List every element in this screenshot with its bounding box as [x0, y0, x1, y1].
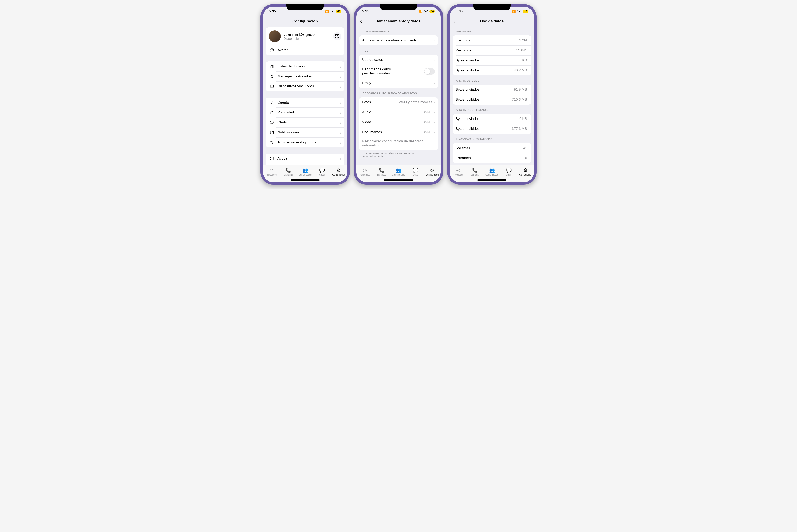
less-data-calls-row[interactable]: Usar menos datos para las llamadas	[359, 65, 438, 78]
section-header-whatsapp-calls: LLAMADAS DE WHATSAPP	[453, 134, 531, 142]
documents-row[interactable]: Documentos Wi-Fi ›	[359, 127, 438, 137]
battery-badge: 46	[523, 10, 528, 13]
tab-novedades[interactable]: ◎Novedades	[450, 165, 467, 178]
section-header-autodownload: DESCARGA AUTOMÁTICA DE ARCHIVOS	[359, 88, 438, 96]
wifi-icon	[330, 9, 335, 14]
section-header-network: RED	[359, 45, 438, 54]
settings-tab-icon: ⚙	[430, 168, 434, 173]
photos-row[interactable]: Fotos Wi-Fi y datos móviles ›	[359, 97, 438, 107]
audio-row[interactable]: Audio Wi-Fi ›	[359, 107, 438, 117]
chevron-right-icon: ›	[340, 130, 341, 135]
status-tab-icon: ◎	[363, 168, 367, 173]
chat-bytes-received-row: Bytes recibidos 710.3 MB	[453, 95, 531, 104]
tab-novedades[interactable]: ◎Novedades	[356, 165, 373, 178]
notification-icon	[269, 130, 275, 135]
data-usage-row[interactable]: Uso de datos ›	[359, 55, 438, 65]
section-header-chat-files: ARCHIVOS DEL CHAT	[453, 75, 531, 83]
qr-button[interactable]	[333, 32, 341, 40]
privacy-row[interactable]: Privacidad ›	[266, 108, 344, 117]
back-button[interactable]: ‹	[360, 18, 362, 24]
less-data-toggle[interactable]	[424, 68, 435, 75]
laptop-icon	[269, 84, 275, 89]
status-tab-icon: ◎	[456, 168, 460, 173]
tab-chats[interactable]: 💬Chats	[407, 165, 424, 178]
proxy-row[interactable]: Proxy ›	[359, 78, 438, 88]
star-icon	[269, 74, 275, 79]
chevron-right-icon: ›	[340, 120, 341, 125]
back-button[interactable]: ‹	[454, 18, 455, 24]
chevron-right-icon: ›	[433, 100, 435, 105]
chevron-right-icon: ›	[340, 100, 341, 105]
chevron-right-icon: ›	[433, 38, 435, 43]
linked-devices-row[interactable]: Dispositivos vinculados ›	[266, 81, 344, 91]
home-indicator	[290, 179, 320, 180]
tab-comunidades[interactable]: 👥Comunidades	[390, 165, 407, 178]
status-icons: 📶 46	[325, 9, 341, 14]
tab-novedades[interactable]: ◎Novedades	[263, 165, 280, 178]
reset-autodownload-row[interactable]: Restablecer configuración de descarga au…	[359, 137, 438, 150]
tab-comunidades[interactable]: 👥Comunidades	[483, 165, 500, 178]
info-icon	[269, 156, 275, 161]
chevron-right-icon: ›	[433, 57, 435, 62]
chats-row[interactable]: Chats ›	[266, 117, 344, 127]
chevron-right-icon: ›	[340, 110, 341, 115]
avatar	[269, 30, 281, 42]
qr-icon	[335, 34, 340, 39]
avatar-row[interactable]: Avatar ›	[266, 45, 344, 55]
tab-llamadas[interactable]: 📞Llamadas	[373, 165, 390, 178]
svg-rect-6	[270, 85, 273, 87]
account-row[interactable]: Cuenta ›	[266, 97, 344, 108]
settings-tab-icon: ⚙	[524, 168, 528, 173]
svg-point-10	[272, 131, 274, 132]
help-row[interactable]: Ayuda ›	[266, 154, 344, 164]
communities-tab-icon: 👥	[396, 168, 401, 173]
invite-friends-row[interactable]: Invitar amigos ›	[266, 164, 344, 165]
home-indicator	[384, 179, 413, 180]
chevron-right-icon: ›	[433, 130, 435, 135]
battery-badge: 46	[430, 10, 435, 13]
nav-header: Configuración	[263, 16, 347, 26]
svg-rect-0	[336, 35, 337, 36]
chevron-right-icon: ›	[433, 120, 435, 125]
phone-frame-2: 5:35 📶 46 ‹ Almacenamiento y datos ALMAC…	[354, 4, 443, 185]
megaphone-icon	[269, 64, 275, 69]
page-title: Configuración	[292, 19, 318, 23]
tab-config[interactable]: ⚙Configuración	[517, 165, 534, 178]
section-header-status-files: ARCHIVOS DE ESTADOS	[453, 104, 531, 113]
storage-data-row[interactable]: Almacenamiento y datos ›	[266, 137, 344, 147]
bytes-received-row: Bytes recibidos 40.2 MB	[453, 65, 531, 75]
communities-tab-icon: 👥	[489, 168, 495, 173]
row-label: Avatar	[278, 48, 340, 52]
battery-badge: 46	[336, 10, 341, 13]
sent-row: Enviados 2734	[453, 36, 531, 45]
tab-llamadas[interactable]: 📞Llamadas	[467, 165, 483, 178]
chats-tab-icon: 💬	[319, 168, 325, 173]
chevron-right-icon: ›	[340, 84, 341, 89]
tab-chats[interactable]: 💬Chats	[314, 165, 330, 178]
calls-tab-icon: 📞	[285, 168, 291, 173]
svg-rect-1	[338, 35, 339, 36]
svg-rect-2	[336, 37, 337, 38]
status-bar: 5:35 📶 46	[263, 7, 347, 16]
status-time: 5:35	[269, 10, 276, 14]
tab-config[interactable]: ⚙Configuración	[330, 165, 347, 178]
signal-icon: 📶	[512, 10, 516, 13]
broadcast-lists-row[interactable]: Listas de difusión ›	[266, 61, 344, 71]
svg-point-4	[271, 50, 271, 50]
manage-storage-row[interactable]: Administración de almacenamiento ›	[359, 36, 438, 45]
communities-tab-icon: 👥	[302, 168, 308, 173]
tab-comunidades[interactable]: 👥Comunidades	[297, 165, 314, 178]
chats-tab-icon: 💬	[506, 168, 512, 173]
tab-llamadas[interactable]: 📞Llamadas	[280, 165, 297, 178]
starred-messages-row[interactable]: Mensajes destacados ›	[266, 71, 344, 81]
nav-header: ‹ Uso de datos	[450, 16, 534, 26]
profile-row[interactable]: Juanma Delgado Disponible	[266, 27, 344, 45]
profile-name: Juanma Delgado	[283, 32, 330, 37]
section-header-messages: MENSAJES	[453, 26, 531, 34]
video-row[interactable]: Video Wi-Fi ›	[359, 117, 438, 127]
notifications-row[interactable]: Notificaciones ›	[266, 127, 344, 137]
phone-frame-1: 5:35 📶 46 Configuración Juanma Delgado D…	[261, 4, 350, 185]
tab-config[interactable]: ⚙Configuración	[424, 165, 441, 178]
home-indicator	[477, 179, 507, 180]
tab-chats[interactable]: 💬Chats	[500, 165, 517, 178]
